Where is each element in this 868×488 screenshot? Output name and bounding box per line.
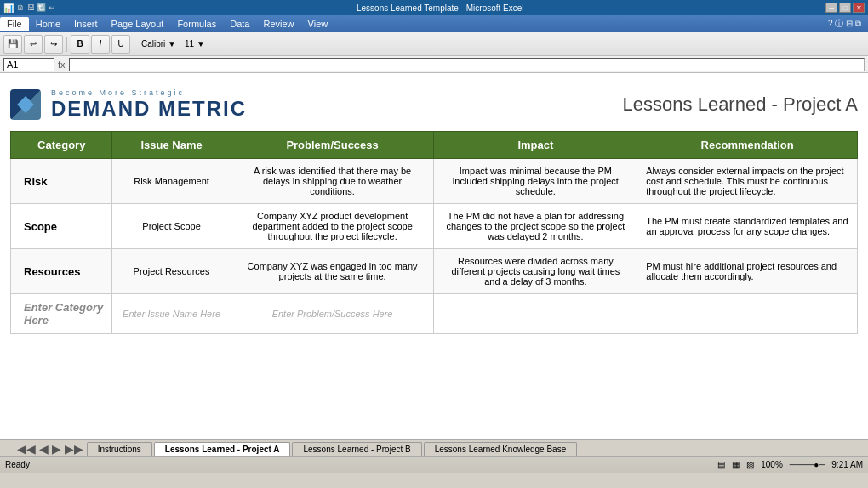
page-title: Lessons Learned - Project A [623,94,858,116]
status-right: ▤ ▦ ▨ 100% ────●─ 9:21 AM [717,460,863,469]
header-section: Become More Strategic DEMAND METRIC Less… [10,82,858,131]
problem-resources: Company XYZ was engaged in too many proj… [231,249,434,294]
impact-enter[interactable] [434,294,637,334]
col-problem: Problem/Success [231,132,434,159]
content-wrapper: Become More Strategic DEMAND METRIC Less… [0,73,868,343]
tab-project-b[interactable]: Lessons Learned - Project B [292,442,421,456]
col-category: Category [11,132,112,159]
menu-file[interactable]: File [0,17,29,31]
brand-tagline: Become More Strategic [51,88,247,97]
toolbar: 💾 ↩ ↪ B I U Calibri ▼ 11 ▼ [0,32,868,56]
rec-scope: The PM must create standardized template… [637,204,858,249]
view-normal-icon[interactable]: ▤ [717,460,725,469]
category-scope: Scope [11,204,112,249]
formula-bar: fx [0,56,868,73]
brand-text: Become More Strategic DEMAND METRIC [51,88,247,121]
status-bar: Ready ▤ ▦ ▨ 100% ────●─ 9:21 AM [0,456,868,473]
table-row-enter: Enter Category Here Enter Issue Name Her… [11,294,858,334]
problem-scope: Company XYZ product development departme… [231,204,434,249]
menu-formulas[interactable]: Formulas [170,17,223,31]
underline-button[interactable]: U [111,35,130,54]
rec-enter[interactable] [637,294,858,334]
toolbar-sep-2 [134,37,134,52]
menu-page-layout[interactable]: Page Layout [105,17,171,31]
clock: 9:21 AM [831,460,863,469]
issue-risk: Risk Management [112,159,231,204]
brand-name: DEMAND METRIC [51,97,247,121]
formula-input[interactable] [69,58,865,71]
col-recommendation: Recommendation [637,132,858,159]
zoom-level: 100% [761,460,783,469]
bold-button[interactable]: B [71,35,89,54]
menu-review[interactable]: Review [256,17,300,31]
undo-button[interactable]: ↩ [24,35,43,54]
title-bar: 📊 🗎 🖫 🔃 ↩ Lessons Learned Template - Mic… [0,0,868,15]
menu-insert[interactable]: Insert [67,17,105,31]
tab-project-a[interactable]: Lessons Learned - Project A [154,442,291,456]
rec-resources: PM must hire additional project resource… [637,249,858,294]
italic-button[interactable]: I [91,35,110,54]
category-risk: Risk [11,159,112,204]
view-page-icon[interactable]: ▨ [746,460,754,469]
ready-status: Ready [5,460,30,469]
menu-bar: File Home Insert Page Layout Formulas Da… [0,15,868,32]
zoom-slider[interactable]: ────●─ [790,460,825,469]
sheet-content: Become More Strategic DEMAND METRIC Less… [0,73,868,439]
issue-enter[interactable]: Enter Issue Name Here [112,294,231,334]
table-row: Risk Risk Management A risk was identifi… [11,159,858,204]
table-row: Resources Project Resources Company XYZ … [11,249,858,294]
name-box[interactable] [3,58,54,71]
formula-func-btn[interactable]: fx [58,60,66,70]
window-title: Lessons Learned Template - Microsoft Exc… [357,3,524,13]
sheet-tabs: ◀◀ ◀ ▶ ▶▶ Instructions Lessons Learned -… [0,439,868,456]
help-icons: ? ⓘ ⊟ ⧉ [821,18,868,30]
menu-data[interactable]: Data [223,17,256,31]
impact-scope: The PM did not have a plan for addressin… [434,204,637,249]
col-impact: Impact [434,132,637,159]
brand-logo-icon [10,89,41,120]
font-name[interactable]: Calibri ▼ [138,39,180,48]
font-size[interactable]: 11 ▼ [181,39,208,48]
rec-risk: Always consider external impacts on the … [637,159,858,204]
view-layout-icon[interactable]: ▦ [732,460,740,469]
menu-view[interactable]: View [301,17,335,31]
table-header-row: Category Issue Name Problem/Success Impa… [11,132,858,159]
toolbar-sep-1 [66,37,67,52]
lessons-table: Category Issue Name Problem/Success Impa… [10,131,858,334]
close-button[interactable]: ✕ [853,3,865,13]
tab-knowledge-base[interactable]: Lessons Learned Knowledge Base [424,442,578,456]
tab-nav-icons: ◀◀ ◀ ▶ ▶▶ [17,442,83,456]
issue-scope: Project Scope [112,204,231,249]
problem-enter[interactable]: Enter Problem/Success Here [231,294,434,334]
title-bar-left: 📊 🗎 🖫 🔃 ↩ [3,3,55,13]
time-display: 9:21 AM [831,460,863,469]
issue-resources: Project Resources [112,249,231,294]
brand-section: Become More Strategic DEMAND METRIC [10,88,247,121]
col-issue: Issue Name [112,132,231,159]
tab-instructions[interactable]: Instructions [87,442,152,456]
category-enter[interactable]: Enter Category Here [11,294,112,334]
save-button[interactable]: 💾 [3,35,22,54]
impact-resources: Resources were divided across many diffe… [434,249,637,294]
impact-risk: Impact was minimal because the PM includ… [434,159,637,204]
problem-risk: A risk was identified that there may be … [231,159,434,204]
excel-icon: 📊 [3,3,14,13]
menu-home[interactable]: Home [29,17,67,31]
window-controls: ─ □ ✕ [825,3,865,13]
category-resources: Resources [11,249,112,294]
minimize-button[interactable]: ─ [825,3,837,13]
table-row: Scope Project Scope Company XYZ product … [11,204,858,249]
title-bar-icon-strip: 🗎 🖫 🔃 ↩ [17,3,55,12]
redo-button[interactable]: ↪ [44,35,63,54]
maximize-button[interactable]: □ [839,3,851,13]
